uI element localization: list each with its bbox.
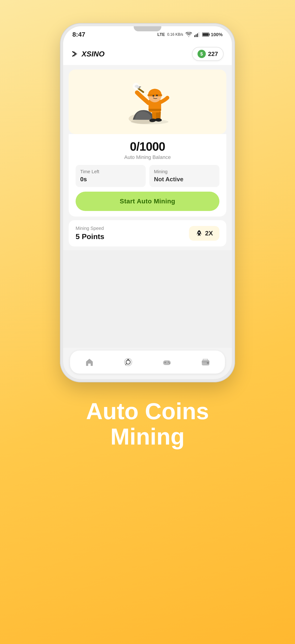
main-content-area [63,250,232,348]
rocket-icon [195,230,203,237]
page-title-line1: Auto Coins [86,398,209,424]
nav-games[interactable] [156,355,178,370]
speed-value: 5 Points [76,232,104,241]
mining-icon [123,356,134,368]
svg-point-28 [168,362,169,363]
wifi-icon [185,32,192,37]
svg-point-24 [127,359,129,360]
svg-point-29 [169,362,170,364]
svg-rect-6 [203,33,209,36]
mining-status-label: Mining [154,169,215,174]
app-logo: XSINO [72,50,105,58]
xsino-logo-icon [72,50,80,58]
info-row: Time Left 0s Mining Not Active [76,165,219,187]
svg-rect-5 [209,34,210,36]
svg-rect-2 [197,34,198,37]
speed-info: Mining Speed 5 Points [76,226,104,241]
svg-rect-1 [196,34,197,37]
speed-label: Mining Speed [76,226,104,231]
balance-label: Auto Mining Balance [76,154,219,160]
dollar-icon: $ [197,50,206,58]
svg-point-17 [153,95,154,96]
nav-home[interactable] [78,355,101,370]
nav-wallet[interactable] [194,355,217,370]
svg-rect-32 [207,362,209,364]
gamepad-icon [161,356,172,368]
home-icon [84,356,95,368]
data-speed: 0.16 KB/s [167,32,183,36]
phone-shell: 8:47 LTE 0.16 KB/s [60,23,235,382]
status-time: 8:47 [72,31,85,38]
start-mining-button[interactable]: Start Auto Mining [76,192,219,211]
mining-status-box: Mining Not Active [149,165,219,187]
logo-text: XSINO [82,50,105,58]
wallet-icon [200,356,211,368]
speed-boost-badge[interactable]: 2X [189,226,219,241]
svg-rect-16 [148,94,162,96]
notch [134,26,161,31]
signal-icon [194,32,200,37]
time-left-box: Time Left 0s [76,165,146,187]
svg-rect-0 [194,35,195,37]
balance-amount: 227 [208,50,218,58]
phone-screen: 8:47 LTE 0.16 KB/s [63,26,232,379]
battery-icon: 100% [202,32,223,37]
svg-point-20 [133,83,139,90]
lte-icon: LTE [157,32,165,37]
mining-illustration-card [69,70,226,134]
page-title-line2: Mining [86,424,209,449]
boost-value: 2X [205,230,213,237]
svg-rect-3 [198,32,199,37]
svg-point-18 [156,95,158,96]
balance-display: 0/1000 Auto Mining Balance [76,140,219,160]
mining-status-value: Not Active [154,176,215,183]
status-icons: LTE 0.16 KB/s [157,32,223,37]
battery-percent: 100% [211,32,223,37]
stats-section: 0/1000 Auto Mining Balance Time Left 0s … [69,134,226,216]
svg-point-21 [198,232,200,233]
time-left-label: Time Left [80,169,141,174]
mining-speed-card: Mining Speed 5 Points 2X [69,220,226,246]
balance-number: 0/1000 [76,140,219,154]
nav-mining[interactable] [117,355,139,370]
miner-illustration [124,78,171,128]
bottom-nav [70,350,225,374]
app-header: XSINO $ 227 [63,43,232,65]
svg-rect-14 [149,109,161,111]
svg-rect-27 [165,362,165,363]
page-title-section: Auto Coins Mining [86,398,209,449]
balance-badge: $ 227 [192,47,223,61]
time-left-value: 0s [80,176,141,183]
